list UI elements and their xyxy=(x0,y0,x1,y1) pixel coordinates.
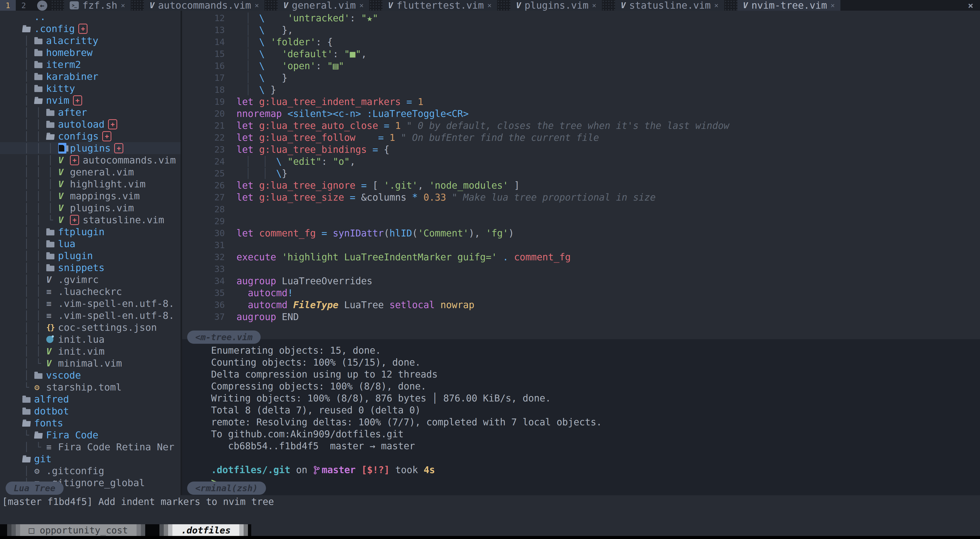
tree-row-statusline.vim[interactable]: ││└V+statusline.vim xyxy=(0,214,181,226)
tree-row-.vim-spell-en.utf-8.[interactable]: ││≡.vim-spell-en.utf-8. xyxy=(0,297,181,309)
tree-row-init.vim[interactable]: ││Vinit.vim xyxy=(0,345,181,357)
code-line[interactable]: 19let g:lua_tree_indent_markers = 1 xyxy=(182,96,980,108)
tree-row-highlight.vim[interactable]: │││Vhighlight.vim xyxy=(0,178,181,190)
code-line[interactable]: 17 ▏ \ } xyxy=(182,72,980,84)
code-line[interactable]: 34augroup LuaTreeOverrides xyxy=(182,275,980,287)
tab-close-icon[interactable]: × xyxy=(121,1,125,10)
code-line[interactable]: 20nnoremap <silent><c-n> :LuaTreeToggle<… xyxy=(182,108,980,120)
code-line[interactable]: 28 xyxy=(182,204,980,215)
code-line[interactable]: 33 xyxy=(182,263,980,275)
tree-item-label: vscode xyxy=(46,370,81,381)
tree-row-plugins.vim[interactable]: │││Vplugins.vim xyxy=(0,202,181,214)
tab-close-icon[interactable]: × xyxy=(592,1,596,10)
tree-row-nvim[interactable]: │nvim+ xyxy=(0,94,181,106)
tree-row-git[interactable]: git xyxy=(0,453,181,465)
code-text: ▏ \ } xyxy=(225,84,276,95)
tree-row-iterm2[interactable]: │iterm2 xyxy=(0,59,181,70)
code-line[interactable]: 12 ▏ \ 'untracked': "★" xyxy=(182,12,980,24)
code-line[interactable]: 27let g:lua_tree_size = &columns * 0.33 … xyxy=(182,191,980,204)
tree-guide: │ xyxy=(22,107,34,118)
code-line[interactable]: 16 ▏ \ 'open': "▤" xyxy=(182,60,980,72)
code-line[interactable]: 18 ▏ \ } xyxy=(182,84,980,96)
tab-close-icon[interactable]: × xyxy=(255,1,259,10)
tree-row-fonts[interactable]: fonts xyxy=(0,417,181,429)
tree-row-fira-code[interactable]: └Fira Code xyxy=(0,429,181,441)
tab-close-icon[interactable]: × xyxy=(487,1,492,10)
tab-close-icon[interactable]: × xyxy=(830,1,835,10)
tree-row-.luacheckrc[interactable]: ││≡.luacheckrc xyxy=(0,286,181,297)
code-line[interactable]: 14 ▏ \ 'folder': { xyxy=(182,36,980,48)
tmux-window-dotfiles[interactable]: .dotfiles xyxy=(159,524,248,536)
tab-plugins.vim[interactable]: Vplugins.vim× xyxy=(510,0,602,11)
tree-row-general.vim[interactable]: │││Vgeneral.vim xyxy=(0,166,181,178)
tree-row-homebrew[interactable]: │homebrew xyxy=(0,46,181,59)
tree-row-alfred[interactable]: alfred xyxy=(0,393,181,405)
tab-general.vim[interactable]: Vgeneral.vim× xyxy=(278,0,369,11)
tree-row-autocommands.vim[interactable]: │││V+autocommands.vim xyxy=(0,154,181,166)
tree-item-label: .config xyxy=(34,23,75,34)
folder-open-icon xyxy=(46,133,58,140)
editor-pane[interactable]: 12 ▏ \ 'untracked': "★"13 ▏ \ },14 ▏ \ '… xyxy=(182,11,980,341)
back-icon[interactable]: ← xyxy=(37,0,47,11)
tree-row-.gitconfig[interactable]: │⚙.gitconfig xyxy=(0,465,181,477)
line-number: 31 xyxy=(182,239,225,251)
tab-nvim-tree.vim[interactable]: Vnvim-tree.vim× xyxy=(737,0,841,11)
code-line[interactable]: 21let g:lua_tree_auto_close = 1 " 0 by d… xyxy=(182,120,980,132)
tree-row-configs[interactable]: ││configs+ xyxy=(0,130,181,142)
tree-row-lua[interactable]: ││lua xyxy=(0,238,181,250)
code-line[interactable]: 13 ▏ \ }, xyxy=(182,24,980,36)
tree-row-ftplugin[interactable]: ││ftplugin xyxy=(0,226,181,238)
tree-row-karabiner[interactable]: │karabiner xyxy=(0,70,181,83)
code-line[interactable]: 37augroup END xyxy=(182,311,980,323)
tab-statusline.vim[interactable]: Vstatusline.vim× xyxy=(615,0,724,11)
tree-row-coc-settings.json[interactable]: ││{}coc-settings.json xyxy=(0,321,181,333)
line-number: 27 xyxy=(182,191,225,204)
tmux-windows: □ opportunity_cost.dotfiles xyxy=(0,524,251,536)
code-line[interactable]: 29 xyxy=(182,215,980,227)
tab-close-icon[interactable]: × xyxy=(714,1,719,10)
tree-row-snippets[interactable]: ││snippets xyxy=(0,262,181,273)
code-line[interactable]: 15 ▏ \ 'default': "■", xyxy=(182,48,980,60)
tab-close-icon[interactable]: × xyxy=(359,1,364,10)
vim-icon: V xyxy=(150,0,154,10)
code-line[interactable]: 32execute 'highlight LuaTreeIndentMarker… xyxy=(182,251,980,263)
line-number: 24 xyxy=(182,156,225,167)
code-line[interactable]: 31 xyxy=(182,239,980,251)
line-number: 18 xyxy=(182,84,225,96)
code-text: nnoremap <silent><c-n> :LuaTreeToggle<CR… xyxy=(225,108,469,119)
code-line[interactable]: 36 autocmd FileType LuaTree setlocal now… xyxy=(182,299,980,311)
code-line[interactable]: 24 ▏ ▏ \ "edit": "o", xyxy=(182,156,980,167)
code-line[interactable]: 35 autocmd! xyxy=(182,287,980,299)
terminal-pane[interactable]: Enumerating objects: 15, done.Counting o… xyxy=(182,339,980,501)
tmux-window-opportunity_cost[interactable]: □ opportunity_cost xyxy=(7,524,145,536)
tab-fluttertest.vim[interactable]: Vfluttertest.vim× xyxy=(382,0,497,11)
buffer-tab-2[interactable]: 2 xyxy=(16,0,32,11)
tree-row-plugin[interactable]: ││plugin xyxy=(0,250,181,262)
tree-row-mappings.vim[interactable]: │││Vmappings.vim xyxy=(0,190,181,202)
code-line[interactable]: 26let g:lua_tree_ignore = [ '.git', 'nod… xyxy=(182,180,980,191)
code-line[interactable]: 22let g:lua_tree_follow = 1 " On bufEnte… xyxy=(182,132,980,144)
tree-row-plugins[interactable]: │││plugins+ xyxy=(0,142,181,154)
tree-row-kitty[interactable]: │kitty xyxy=(0,83,181,94)
code-line[interactable]: 23let g:lua_tree_bindings = { xyxy=(182,144,980,156)
tree-row-after[interactable]: ││after xyxy=(0,106,181,118)
code-line[interactable]: 25 ▏ ▏ \} xyxy=(182,167,980,180)
tree-row-starship.toml[interactable]: └⚙starship.toml xyxy=(0,381,181,393)
tree-row-vscode[interactable]: │vscode xyxy=(0,369,181,381)
tree-row-alacritty[interactable]: │alacritty xyxy=(0,35,181,46)
tree-row-autoload[interactable]: ││autoload+ xyxy=(0,118,181,130)
tab-autocommands.vim[interactable]: Vautocommands.vim× xyxy=(144,0,264,11)
buffer-tab-1[interactable]: 1 xyxy=(0,0,16,11)
tree-guide: │ xyxy=(22,310,34,321)
tree-row-init.lua[interactable]: ││init.lua xyxy=(0,333,181,345)
tree-row-.gvimrc[interactable]: ││V.gvimrc xyxy=(0,273,181,286)
code-line[interactable]: 30let comment_fg = synIDattr(hlID('Comme… xyxy=(182,227,980,239)
tree-row-dotbot[interactable]: dotbot xyxy=(0,405,181,417)
tree-row-..[interactable]: .. xyxy=(0,11,181,22)
tree-row-fira-code-retina-ner[interactable]: │└≡Fira Code Retina Ner xyxy=(0,441,181,453)
tree-row-.vim-spell-en.utf-8.[interactable]: ││≡.vim-spell-en.utf-8. xyxy=(0,309,181,321)
tree-row-.config[interactable]: .config+ xyxy=(0,22,181,35)
close-all-icon[interactable]: × xyxy=(961,0,980,11)
tab-fzf.sh[interactable]: >_fzf.sh× xyxy=(64,0,131,11)
tree-row-minimal.vim[interactable]: │└Vminimal.vim xyxy=(0,357,181,369)
